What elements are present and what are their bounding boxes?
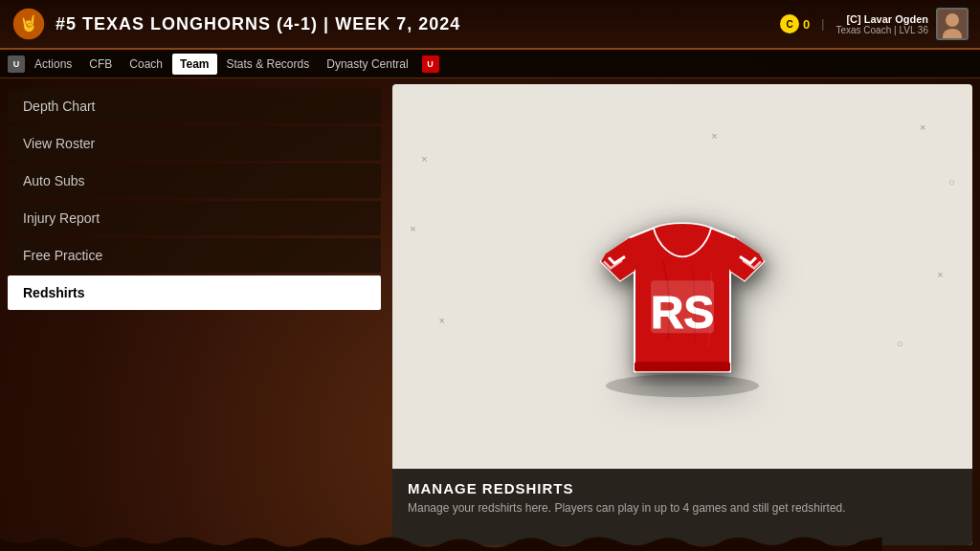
svg-text:RS: RS [651, 287, 715, 338]
deco-x3: × [711, 130, 717, 142]
sidebar-menu: Depth Chart View Roster Auto Subs Injury… [0, 78, 392, 551]
currency-icon: C [780, 14, 799, 33]
team-logo-icon: 🤘 [11, 7, 46, 41]
deco-x6: ○ [897, 338, 903, 349]
currency-display: C 0 [780, 14, 810, 33]
coach-avatar [936, 8, 969, 40]
nav-right-icon: U [422, 55, 439, 73]
menu-item-view-roster[interactable]: View Roster [8, 126, 381, 161]
deco-x2: × [410, 223, 415, 234]
coach-role: Texas Coach | LVL 36 [835, 25, 928, 35]
deco-x1: × [421, 153, 427, 165]
nav-item-coach[interactable]: Coach [122, 54, 170, 75]
preview-description: Manage your redshirts here. Players can … [408, 500, 957, 517]
nav-item-stats[interactable]: Stats & Records [219, 54, 318, 75]
nav-item-dynasty[interactable]: Dynasty Central [319, 54, 415, 75]
menu-item-redshirts[interactable]: Redshirts [8, 276, 381, 310]
nav-item-actions[interactable]: Actions [27, 54, 79, 75]
main-content: Depth Chart View Roster Auto Subs Injury… [0, 78, 980, 551]
svg-point-5 [606, 374, 759, 397]
menu-item-depth-chart[interactable]: Depth Chart [8, 89, 381, 123]
deco-x4: × [920, 121, 925, 133]
deco-x5: × [937, 269, 943, 280]
svg-rect-8 [635, 362, 730, 371]
svg-text:🤘: 🤘 [19, 13, 39, 33]
navigation-bar: U Actions CFB Coach Team Stats & Records… [0, 50, 980, 78]
nav-item-cfb[interactable]: CFB [81, 54, 120, 75]
coach-name: [C] Lavar Ogden [846, 13, 928, 25]
deco-x7: ○ [948, 176, 955, 187]
menu-item-injury-report[interactable]: Injury Report [8, 201, 381, 235]
header-title: #5 TEXAS LONGHORNS (4-1) | WEEK 7, 2024 [56, 14, 780, 34]
divider: | [821, 17, 824, 31]
menu-item-free-practice[interactable]: Free Practice [8, 238, 381, 273]
preview-title: MANAGE REDSHIRTS [408, 480, 957, 496]
header-right: C 0 | [C] Lavar Ogden Texas Coach | LVL … [780, 8, 969, 40]
jersey-image: RS [572, 185, 792, 408]
header-bar: 🤘 #5 TEXAS LONGHORNS (4-1) | WEEK 7, 202… [0, 0, 980, 50]
info-bar: MANAGE REDSHIRTS Manage your redshirts h… [392, 469, 972, 545]
nav-item-team[interactable]: Team [172, 54, 216, 75]
deco-x8: × [438, 315, 444, 326]
menu-item-auto-subs[interactable]: Auto Subs [8, 164, 381, 198]
coach-info: [C] Lavar Ogden Texas Coach | LVL 36 [835, 13, 928, 35]
preview-panel: × × × × × ○ ○ × [392, 84, 972, 545]
nav-left-icon: U [8, 55, 25, 73]
svg-point-3 [946, 13, 959, 27]
